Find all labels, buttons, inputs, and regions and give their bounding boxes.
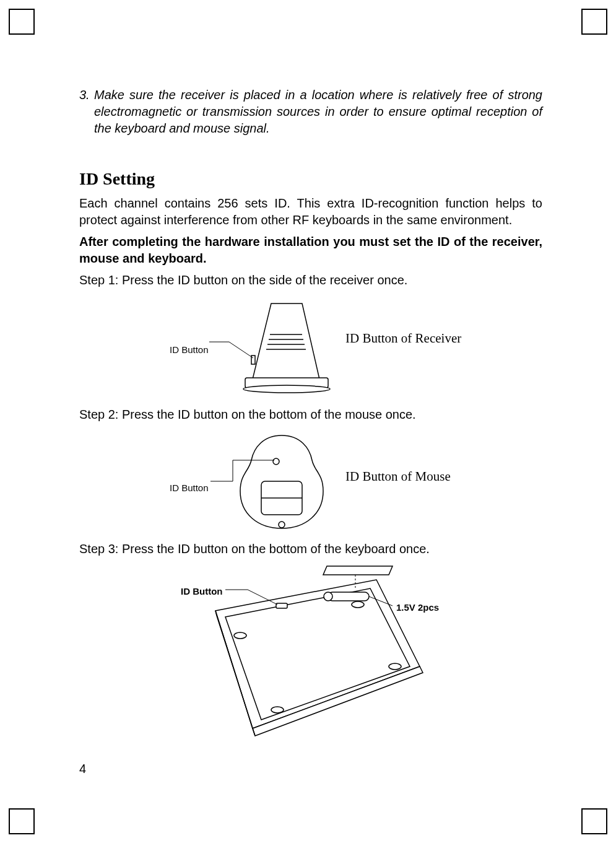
- page: 3. Make sure the receiver is placed in a…: [0, 0, 616, 843]
- section-heading: ID Setting: [79, 169, 542, 189]
- content-area: 3. Make sure the receiver is placed in a…: [79, 87, 542, 741]
- crop-mark-icon: [9, 9, 35, 35]
- step-2: Step 2: Press the ID button on the botto…: [79, 406, 542, 423]
- mouse-label: ID Button: [170, 483, 209, 493]
- svg-point-18: [271, 707, 284, 713]
- keyboard-battery-label: 1.5V 2pcs: [396, 602, 439, 613]
- svg-point-11: [279, 522, 285, 528]
- intro-paragraph: Each channel contains 256 sets ID. This …: [79, 195, 542, 229]
- svg-point-17: [352, 601, 364, 608]
- keyboard-id-label: ID Button: [181, 586, 222, 596]
- note-item: 3. Make sure the receiver is placed in a…: [79, 87, 542, 137]
- figure-mouse: ID Button ID Button of Mouse: [79, 427, 542, 538]
- svg-point-12: [273, 458, 279, 465]
- svg-point-22: [324, 592, 332, 601]
- step-1: Step 1: Press the ID button on the side …: [79, 272, 542, 289]
- figure-keyboard: ID Button 1.5V 2pcs: [79, 561, 542, 741]
- mouse-icon: [79, 427, 542, 538]
- svg-point-19: [389, 663, 401, 670]
- note-number: 3.: [79, 87, 94, 103]
- bold-paragraph: After completing the hardware installati…: [79, 234, 542, 267]
- svg-rect-23: [276, 603, 287, 608]
- note-text: Make sure the receiver is placed in a lo…: [94, 87, 542, 137]
- receiver-label: ID Button: [170, 344, 209, 355]
- figure-receiver: ID Button ID Button of Receiver: [79, 292, 542, 404]
- crop-mark-icon: [581, 808, 607, 834]
- crop-mark-icon: [581, 9, 607, 35]
- keyboard-icon: [79, 561, 542, 741]
- mouse-caption: ID Button of Mouse: [345, 469, 451, 484]
- receiver-icon: [79, 292, 542, 404]
- step-3: Step 3: Press the ID button on the botto…: [79, 541, 542, 557]
- svg-point-1: [243, 385, 330, 393]
- svg-line-7: [229, 342, 253, 358]
- svg-point-16: [234, 632, 246, 639]
- crop-mark-icon: [9, 808, 35, 834]
- svg-rect-21: [328, 592, 369, 601]
- page-number: 4: [79, 762, 86, 776]
- receiver-caption: ID Button of Receiver: [345, 331, 461, 346]
